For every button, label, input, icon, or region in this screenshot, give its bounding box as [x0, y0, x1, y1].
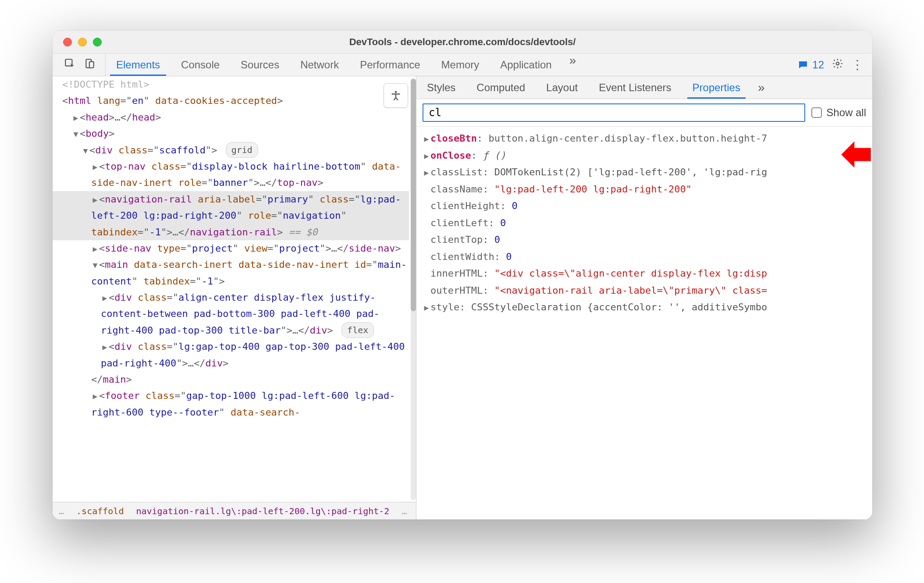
breadcrumb: … .scaffold navigation-rail.lg\:pad-left…: [53, 502, 416, 519]
property-row[interactable]: clientHeight: 0: [420, 198, 872, 215]
breadcrumb-ellipsis[interactable]: …: [395, 506, 413, 516]
toolbar-right: 12 ⋮: [797, 57, 872, 72]
dom-scrollbar-thumb[interactable]: [411, 79, 416, 311]
property-row[interactable]: ▶closeBtn: button.align-center.display-f…: [420, 130, 872, 147]
dom-line[interactable]: <!DOCTYPE html>: [53, 76, 409, 92]
tab-memory[interactable]: Memory: [431, 53, 490, 76]
sidebar-tab-properties[interactable]: Properties: [682, 76, 751, 99]
dom-line[interactable]: ▶<head>…</head>: [53, 109, 409, 125]
sidebar-tab-styles[interactable]: Styles: [416, 76, 466, 99]
accessibility-button[interactable]: [384, 83, 408, 108]
properties-list: ▶closeBtn: button.align-center.display-f…: [416, 127, 872, 519]
svg-point-4: [395, 91, 397, 93]
elements-pane: <!DOCTYPE html> <html lang="en" data-coo…: [53, 76, 416, 519]
dom-tree[interactable]: <!DOCTYPE html> <html lang="en" data-coo…: [53, 76, 416, 502]
show-all-label: Show all: [826, 107, 866, 119]
properties-filter-row: Show all: [416, 99, 872, 127]
property-row[interactable]: className: "lg:pad-left-200 lg:pad-right…: [420, 181, 872, 198]
show-all-checkbox[interactable]: [811, 107, 822, 118]
breadcrumb-item-active[interactable]: navigation-rail.lg\:pad-left-200.lg\:pad…: [130, 506, 395, 516]
tab-sources[interactable]: Sources: [230, 53, 290, 76]
dom-line[interactable]: ▶<footer class="gap-top-1000 lg:pad-left…: [53, 387, 409, 420]
breadcrumb-item[interactable]: .scaffold: [70, 506, 130, 516]
tab-console[interactable]: Console: [171, 53, 230, 76]
sidebar-tabs: Styles Computed Layout Event Listeners P…: [416, 76, 872, 99]
dom-line[interactable]: ▼<div class="scaffold"> grid: [53, 142, 409, 158]
show-all-toggle[interactable]: Show all: [811, 107, 866, 119]
dom-line[interactable]: ▶<top-nav class="display-block hairline-…: [53, 158, 409, 191]
breadcrumb-ellipsis[interactable]: …: [53, 506, 70, 516]
sidebar-tab-layout[interactable]: Layout: [536, 76, 588, 99]
sidebar-tabs-overflow[interactable]: »: [751, 81, 772, 95]
property-row[interactable]: ▶classList: DOMTokenList(2) ['lg:pad-lef…: [420, 164, 872, 181]
tab-application[interactable]: Application: [490, 53, 562, 76]
dom-line[interactable]: ▶<div class="align-center display-flex j…: [53, 289, 409, 338]
property-row[interactable]: outerHTML: "<navigation-rail aria-label=…: [420, 282, 872, 299]
layout-badge[interactable]: flex: [341, 322, 374, 338]
chat-icon: [797, 60, 809, 70]
dom-scrollbar[interactable]: [411, 78, 416, 500]
tab-performance[interactable]: Performance: [349, 53, 430, 76]
split-panes: <!DOCTYPE html> <html lang="en" data-coo…: [53, 76, 872, 519]
dom-line[interactable]: <html lang="en" data-cookies-accepted>: [53, 92, 409, 109]
sidebar-pane: Styles Computed Layout Event Listeners P…: [416, 76, 872, 519]
selection-match: == $0: [283, 227, 317, 238]
dom-line[interactable]: ▶<side-nav type="project" view="project"…: [53, 240, 409, 256]
dom-line[interactable]: ▼<body>: [53, 125, 409, 142]
dom-line[interactable]: </main>: [53, 371, 409, 387]
doctype-text: <!DOCTYPE html>: [62, 79, 149, 90]
tab-elements[interactable]: Elements: [106, 53, 171, 76]
toolbar-left-icons: [53, 53, 106, 76]
property-row[interactable]: innerHTML: "<div class=\"align-center di…: [420, 265, 872, 282]
sidebar-tab-event-listeners[interactable]: Event Listeners: [588, 76, 682, 99]
svg-rect-2: [89, 61, 94, 68]
dom-line[interactable]: ▼<main data-search-inert data-side-nav-i…: [53, 256, 409, 289]
kebab-icon[interactable]: ⋮: [851, 57, 864, 72]
titlebar: DevTools - developer.chrome.com/docs/dev…: [53, 31, 872, 53]
main-toolbar: Elements Console Sources Network Perform…: [53, 53, 872, 76]
tabs-overflow-button[interactable]: »: [562, 53, 583, 76]
issues-button[interactable]: 12: [797, 59, 824, 71]
properties-filter-input[interactable]: [423, 103, 805, 122]
devtools-window: DevTools - developer.chrome.com/docs/dev…: [53, 31, 872, 519]
window-title: DevTools - developer.chrome.com/docs/dev…: [53, 36, 872, 48]
property-row[interactable]: ▶style: CSSStyleDeclaration {accentColor…: [420, 299, 872, 316]
layout-badge[interactable]: grid: [226, 142, 258, 158]
dom-line[interactable]: ▶<div class="lg:gap-top-400 gap-top-300 …: [53, 338, 409, 371]
property-row[interactable]: clientTop: 0: [420, 231, 872, 249]
property-row[interactable]: clientWidth: 0: [420, 249, 872, 266]
main-tabs: Elements Console Sources Network Perform…: [106, 53, 583, 76]
svg-point-3: [836, 62, 839, 65]
property-row[interactable]: clientLeft: 0: [420, 215, 872, 232]
tab-network[interactable]: Network: [290, 53, 349, 76]
annotation-arrow-icon: [836, 138, 872, 173]
issues-count: 12: [812, 59, 824, 71]
dom-line-selected[interactable]: ⋯ ▶<navigation-rail aria-label="primary"…: [53, 191, 409, 240]
inspect-icon[interactable]: [64, 58, 75, 72]
property-row[interactable]: ▶onClose: ƒ (): [420, 147, 872, 164]
sidebar-tab-computed[interactable]: Computed: [466, 76, 536, 99]
device-toggle-icon[interactable]: [84, 58, 96, 72]
gear-icon[interactable]: [832, 58, 843, 72]
